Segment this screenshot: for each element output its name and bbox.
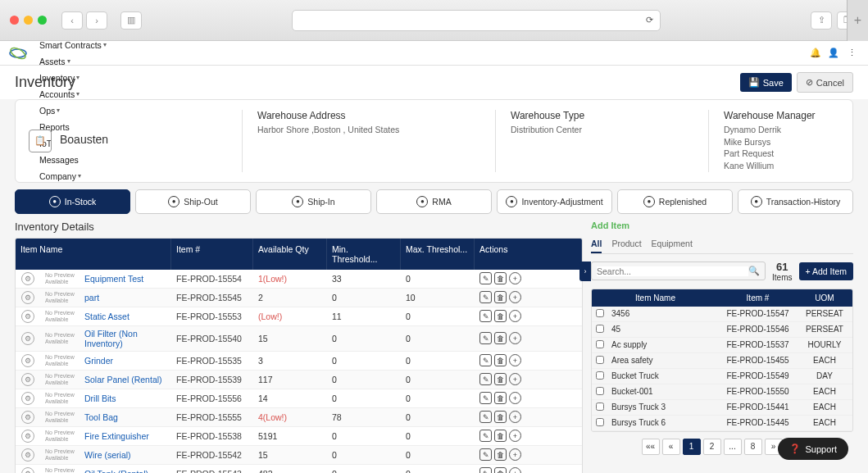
minimize-window-icon[interactable] [24, 16, 33, 25]
select-item-checkbox[interactable] [596, 418, 604, 426]
page-2[interactable]: 2 [703, 439, 721, 455]
sub-tab-equipment[interactable]: Equipment [652, 235, 693, 253]
gear-icon[interactable]: ⚙ [21, 373, 34, 386]
page-8[interactable]: 8 [744, 439, 762, 455]
gear-icon[interactable]: ⚙ [21, 332, 34, 345]
edit-icon[interactable]: ✎ [479, 392, 492, 404]
share-button[interactable]: ⇪ [811, 11, 832, 30]
search-box[interactable]: 🔍 [591, 262, 766, 280]
page-...[interactable]: ... [724, 439, 742, 455]
nav-assets[interactable]: Assets▾ [34, 53, 111, 70]
delete-icon[interactable]: 🗑 [494, 411, 507, 423]
item-name-link[interactable]: Equipment Test [80, 271, 171, 286]
delete-icon[interactable]: 🗑 [494, 430, 507, 442]
tab-rma[interactable]: ●RMA [376, 189, 492, 214]
page-1[interactable]: 1 [683, 439, 701, 455]
search-icon[interactable]: 🔍 [748, 266, 760, 276]
gear-icon[interactable]: ⚙ [21, 354, 34, 367]
edit-icon[interactable]: ✎ [479, 310, 492, 322]
delete-icon[interactable]: 🗑 [494, 354, 507, 366]
add-icon[interactable]: + [509, 332, 521, 344]
more-icon[interactable]: ⋮ [843, 45, 860, 61]
item-name-link[interactable]: part [80, 290, 171, 305]
edit-icon[interactable]: ✎ [479, 411, 492, 423]
edit-icon[interactable]: ✎ [479, 448, 492, 461]
col-item-name[interactable]: Item Name [16, 239, 171, 270]
back-button[interactable]: ‹ [61, 11, 83, 30]
delete-icon[interactable]: 🗑 [494, 332, 507, 344]
select-item-checkbox[interactable] [596, 356, 604, 364]
delete-icon[interactable]: 🗑 [494, 373, 507, 385]
add-item-button[interactable]: + Add Item [799, 262, 854, 280]
page-«[interactable]: « [662, 439, 680, 455]
select-item-checkbox[interactable] [596, 309, 604, 317]
col-min-threshold[interactable]: Min. Threshold... [327, 239, 401, 270]
item-name-link[interactable]: Wire (serial) [80, 448, 171, 462]
add-icon[interactable]: + [509, 291, 521, 303]
item-name-link[interactable]: Oil Filter (Non Inventory) [80, 326, 171, 351]
select-item-checkbox[interactable] [596, 403, 604, 411]
gear-icon[interactable]: ⚙ [21, 411, 34, 424]
delete-icon[interactable]: 🗑 [494, 272, 507, 284]
col-max-threshold[interactable]: Max. Threshol... [401, 239, 475, 270]
add-icon[interactable]: + [509, 272, 521, 284]
page-««[interactable]: «« [642, 439, 660, 455]
gear-icon[interactable]: ⚙ [21, 310, 34, 323]
tab-in-stock[interactable]: ●In-Stock [15, 189, 130, 214]
sub-tab-all[interactable]: All [591, 235, 602, 253]
maximize-window-icon[interactable] [38, 16, 47, 25]
tab-transaction-history[interactable]: ●Transaction-History [738, 189, 853, 214]
url-bar[interactable]: ⟳ [292, 10, 661, 31]
delete-icon[interactable]: 🗑 [494, 392, 507, 404]
delete-icon[interactable]: 🗑 [494, 291, 507, 303]
edit-icon[interactable]: ✎ [479, 354, 492, 366]
edit-icon[interactable]: ✎ [479, 332, 492, 344]
add-icon[interactable]: + [509, 354, 521, 366]
app-logo[interactable] [8, 46, 28, 61]
edit-icon[interactable]: ✎ [479, 430, 492, 442]
select-item-checkbox[interactable] [596, 325, 604, 333]
delete-icon[interactable]: 🗑 [494, 448, 507, 461]
add-icon[interactable]: + [509, 448, 521, 461]
close-window-icon[interactable] [10, 16, 19, 25]
edit-icon[interactable]: ✎ [479, 467, 492, 473]
sidebar-toggle[interactable]: ▥ [120, 11, 142, 30]
reload-icon[interactable]: ⟳ [646, 15, 653, 25]
tab-ship-in[interactable]: ●Ship-In [256, 189, 371, 214]
new-tab-button[interactable]: + [847, 0, 868, 41]
sub-tab-product[interactable]: Product [611, 235, 641, 253]
col-item-number[interactable]: Item # [171, 239, 253, 270]
col-available-qty[interactable]: Available Qty [253, 239, 327, 270]
forward-button[interactable]: › [86, 11, 107, 30]
edit-icon[interactable]: ✎ [479, 373, 492, 385]
item-name-link[interactable]: Oil Tank (Rental) [80, 466, 171, 473]
add-icon[interactable]: + [509, 310, 521, 322]
item-name-link[interactable]: Solar Panel (Rental) [80, 372, 171, 387]
add-icon[interactable]: + [509, 392, 521, 404]
user-avatar[interactable]: 👤 [825, 45, 842, 61]
search-input[interactable] [597, 266, 748, 276]
gear-icon[interactable]: ⚙ [21, 291, 34, 304]
item-name-link[interactable]: Fire Extinguisher [80, 429, 171, 443]
edit-icon[interactable]: ✎ [479, 272, 492, 284]
item-name-link[interactable]: Drill Bits [80, 391, 171, 406]
select-item-checkbox[interactable] [596, 340, 604, 348]
cancel-button[interactable]: ⊘ Cancel [797, 72, 853, 93]
gear-icon[interactable]: ⚙ [21, 430, 34, 443]
tab-inventory-adjustment[interactable]: ●Inventory-Adjustment [497, 189, 612, 214]
gear-icon[interactable]: ⚙ [21, 392, 34, 405]
delete-icon[interactable]: 🗑 [494, 310, 507, 322]
notifications-icon[interactable]: 🔔 [807, 45, 824, 61]
item-name-link[interactable]: Tool Bag [80, 410, 171, 425]
collapse-handle[interactable]: › [579, 262, 591, 281]
select-item-checkbox[interactable] [596, 387, 604, 395]
support-button[interactable]: ❓ Support [778, 438, 848, 460]
gear-icon[interactable]: ⚙ [21, 272, 34, 285]
add-icon[interactable]: + [509, 373, 521, 385]
item-name-link[interactable]: Static Asset [80, 309, 171, 324]
item-name-link[interactable]: Grinder [80, 353, 171, 368]
tab-replenished[interactable]: ●Replenished [617, 189, 733, 214]
add-icon[interactable]: + [509, 411, 521, 423]
add-icon[interactable]: + [509, 430, 521, 442]
save-button[interactable]: 💾 Save [740, 73, 792, 92]
